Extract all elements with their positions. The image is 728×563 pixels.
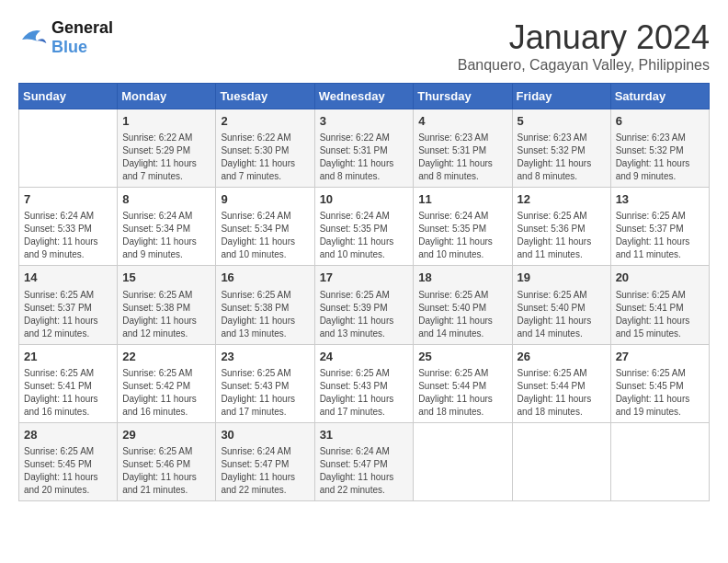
calendar-cell: 15Sunrise: 6:25 AMSunset: 5:38 PMDayligh… xyxy=(118,266,216,344)
day-info: Sunrise: 6:25 AMSunset: 5:37 PMDaylight:… xyxy=(616,210,704,261)
day-number: 31 xyxy=(320,427,409,443)
day-info: Sunrise: 6:25 AMSunset: 5:38 PMDaylight:… xyxy=(122,289,210,340)
day-number: 7 xyxy=(24,191,112,208)
day-number: 16 xyxy=(221,270,309,286)
calendar-cell xyxy=(19,109,118,188)
day-info: Sunrise: 6:22 AMSunset: 5:31 PMDaylight:… xyxy=(320,132,409,183)
calendar-cell: 10Sunrise: 6:24 AMSunset: 5:35 PMDayligh… xyxy=(314,188,414,266)
page-header: General Blue January 2024 Banquero, Caga… xyxy=(18,18,710,74)
day-number: 21 xyxy=(24,349,112,365)
calendar-cell: 9Sunrise: 6:24 AMSunset: 5:34 PMDaylight… xyxy=(216,188,314,266)
calendar-cell: 5Sunrise: 6:23 AMSunset: 5:32 PMDaylight… xyxy=(512,109,610,188)
day-info: Sunrise: 6:22 AMSunset: 5:29 PMDaylight:… xyxy=(122,132,210,183)
day-number: 6 xyxy=(616,113,704,130)
day-info: Sunrise: 6:24 AMSunset: 5:47 PMDaylight:… xyxy=(221,445,309,497)
calendar-cell: 7Sunrise: 6:24 AMSunset: 5:33 PMDaylight… xyxy=(19,188,118,266)
day-info: Sunrise: 6:24 AMSunset: 5:34 PMDaylight:… xyxy=(221,210,309,261)
calendar-week-3: 14Sunrise: 6:25 AMSunset: 5:37 PMDayligh… xyxy=(19,266,710,344)
day-number: 25 xyxy=(418,349,506,365)
title-block: January 2024 Banquero, Cagayan Valley, P… xyxy=(458,18,710,74)
day-info: Sunrise: 6:25 AMSunset: 5:45 PMDaylight:… xyxy=(616,367,704,419)
day-info: Sunrise: 6:24 AMSunset: 5:35 PMDaylight:… xyxy=(418,210,506,261)
day-info: Sunrise: 6:23 AMSunset: 5:32 PMDaylight:… xyxy=(518,132,606,183)
day-info: Sunrise: 6:25 AMSunset: 5:43 PMDaylight:… xyxy=(320,367,409,419)
calendar-cell: 20Sunrise: 6:25 AMSunset: 5:41 PMDayligh… xyxy=(610,266,709,344)
month-title: January 2024 xyxy=(458,18,710,57)
col-sunday: Sunday xyxy=(19,84,118,109)
day-number: 4 xyxy=(418,113,506,130)
col-friday: Friday xyxy=(512,84,610,109)
calendar-week-1: 1Sunrise: 6:22 AMSunset: 5:29 PMDaylight… xyxy=(19,109,710,188)
day-number: 13 xyxy=(616,191,704,208)
col-monday: Monday xyxy=(118,84,216,109)
calendar-cell: 21Sunrise: 6:25 AMSunset: 5:41 PMDayligh… xyxy=(19,344,118,422)
calendar-cell: 13Sunrise: 6:25 AMSunset: 5:37 PMDayligh… xyxy=(610,188,709,266)
day-info: Sunrise: 6:25 AMSunset: 5:36 PMDaylight:… xyxy=(518,210,606,261)
calendar-cell xyxy=(414,422,512,500)
day-info: Sunrise: 6:25 AMSunset: 5:43 PMDaylight:… xyxy=(221,367,309,419)
day-info: Sunrise: 6:24 AMSunset: 5:33 PMDaylight:… xyxy=(24,210,112,261)
day-info: Sunrise: 6:25 AMSunset: 5:40 PMDaylight:… xyxy=(418,289,506,340)
day-number: 3 xyxy=(320,113,409,130)
day-number: 30 xyxy=(221,427,309,443)
calendar-cell: 28Sunrise: 6:25 AMSunset: 5:45 PMDayligh… xyxy=(19,422,118,500)
calendar-cell: 17Sunrise: 6:25 AMSunset: 5:39 PMDayligh… xyxy=(314,266,414,344)
calendar-cell: 19Sunrise: 6:25 AMSunset: 5:40 PMDayligh… xyxy=(512,266,610,344)
calendar-cell: 12Sunrise: 6:25 AMSunset: 5:36 PMDayligh… xyxy=(512,188,610,266)
day-number: 27 xyxy=(616,349,704,365)
day-number: 8 xyxy=(122,191,210,208)
day-number: 29 xyxy=(122,427,210,443)
day-info: Sunrise: 6:22 AMSunset: 5:30 PMDaylight:… xyxy=(221,132,309,183)
calendar-cell: 25Sunrise: 6:25 AMSunset: 5:44 PMDayligh… xyxy=(414,344,512,422)
logo-icon xyxy=(18,25,48,51)
day-info: Sunrise: 6:23 AMSunset: 5:32 PMDaylight:… xyxy=(616,132,704,183)
calendar-cell: 27Sunrise: 6:25 AMSunset: 5:45 PMDayligh… xyxy=(610,344,709,422)
calendar-cell: 11Sunrise: 6:24 AMSunset: 5:35 PMDayligh… xyxy=(414,188,512,266)
calendar-body: 1Sunrise: 6:22 AMSunset: 5:29 PMDaylight… xyxy=(19,109,710,501)
day-number: 5 xyxy=(518,113,606,130)
day-info: Sunrise: 6:25 AMSunset: 5:46 PMDaylight:… xyxy=(122,445,210,497)
calendar-cell: 6Sunrise: 6:23 AMSunset: 5:32 PMDaylight… xyxy=(610,109,709,188)
day-info: Sunrise: 6:24 AMSunset: 5:34 PMDaylight:… xyxy=(122,210,210,261)
calendar-table: Sunday Monday Tuesday Wednesday Thursday… xyxy=(18,83,710,501)
day-info: Sunrise: 6:25 AMSunset: 5:45 PMDaylight:… xyxy=(24,445,112,497)
calendar-cell: 22Sunrise: 6:25 AMSunset: 5:42 PMDayligh… xyxy=(118,344,216,422)
day-number: 22 xyxy=(122,349,210,365)
day-number: 2 xyxy=(221,113,309,130)
day-number: 1 xyxy=(122,113,210,130)
calendar-cell: 8Sunrise: 6:24 AMSunset: 5:34 PMDaylight… xyxy=(118,188,216,266)
col-saturday: Saturday xyxy=(610,84,709,109)
day-number: 18 xyxy=(418,270,506,286)
day-number: 17 xyxy=(320,270,409,286)
day-info: Sunrise: 6:24 AMSunset: 5:35 PMDaylight:… xyxy=(320,210,409,261)
day-info: Sunrise: 6:23 AMSunset: 5:31 PMDaylight:… xyxy=(418,132,506,183)
col-tuesday: Tuesday xyxy=(216,84,314,109)
day-number: 19 xyxy=(518,270,606,286)
calendar-cell xyxy=(610,422,709,500)
calendar-cell: 31Sunrise: 6:24 AMSunset: 5:47 PMDayligh… xyxy=(314,422,414,500)
day-info: Sunrise: 6:25 AMSunset: 5:37 PMDaylight:… xyxy=(24,289,112,340)
day-number: 24 xyxy=(320,349,409,365)
calendar-cell: 4Sunrise: 6:23 AMSunset: 5:31 PMDaylight… xyxy=(414,109,512,188)
logo: General Blue xyxy=(18,18,113,57)
day-number: 14 xyxy=(24,270,112,286)
day-info: Sunrise: 6:25 AMSunset: 5:39 PMDaylight:… xyxy=(320,289,409,340)
location-title: Banquero, Cagayan Valley, Philippines xyxy=(458,57,710,74)
calendar-cell: 14Sunrise: 6:25 AMSunset: 5:37 PMDayligh… xyxy=(19,266,118,344)
col-wednesday: Wednesday xyxy=(314,84,414,109)
calendar-cell: 30Sunrise: 6:24 AMSunset: 5:47 PMDayligh… xyxy=(216,422,314,500)
day-number: 23 xyxy=(221,349,309,365)
day-info: Sunrise: 6:25 AMSunset: 5:40 PMDaylight:… xyxy=(518,289,606,340)
col-thursday: Thursday xyxy=(414,84,512,109)
day-number: 28 xyxy=(24,427,112,443)
calendar-week-2: 7Sunrise: 6:24 AMSunset: 5:33 PMDaylight… xyxy=(19,188,710,266)
calendar-week-4: 21Sunrise: 6:25 AMSunset: 5:41 PMDayligh… xyxy=(19,344,710,422)
day-info: Sunrise: 6:25 AMSunset: 5:42 PMDaylight:… xyxy=(122,367,210,419)
calendar-header: Sunday Monday Tuesday Wednesday Thursday… xyxy=(19,84,710,109)
calendar-cell: 26Sunrise: 6:25 AMSunset: 5:44 PMDayligh… xyxy=(512,344,610,422)
day-info: Sunrise: 6:24 AMSunset: 5:47 PMDaylight:… xyxy=(320,445,409,497)
calendar-cell: 18Sunrise: 6:25 AMSunset: 5:40 PMDayligh… xyxy=(414,266,512,344)
calendar-cell: 2Sunrise: 6:22 AMSunset: 5:30 PMDaylight… xyxy=(216,109,314,188)
day-info: Sunrise: 6:25 AMSunset: 5:41 PMDaylight:… xyxy=(24,367,112,419)
day-info: Sunrise: 6:25 AMSunset: 5:38 PMDaylight:… xyxy=(221,289,309,340)
